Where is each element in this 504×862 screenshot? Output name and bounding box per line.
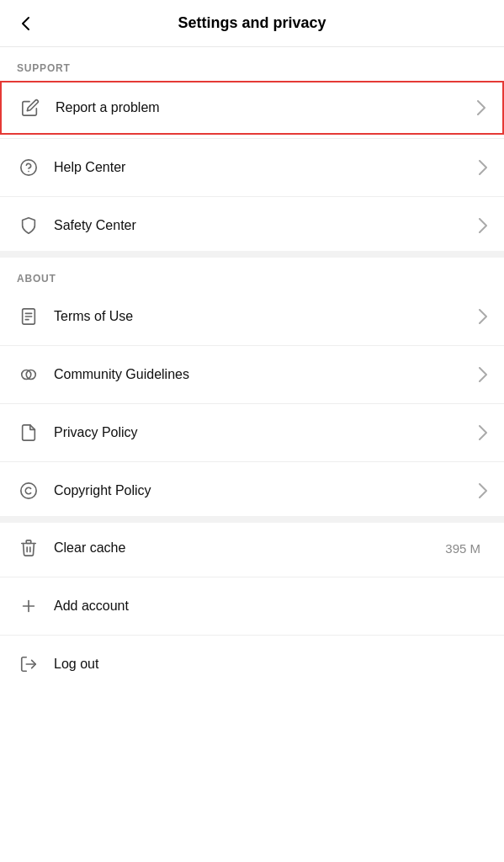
copyright-icon	[17, 479, 40, 503]
svg-point-0	[21, 160, 36, 175]
report-problem-chevron	[477, 100, 485, 115]
add-account-item[interactable]: Add account	[0, 581, 504, 631]
divider-4	[0, 403, 504, 404]
terms-of-use-item[interactable]: Terms of Use	[0, 291, 504, 342]
divider-1	[0, 138, 504, 139]
divider-3	[0, 345, 504, 346]
support-section: SUPPORT Report a problem Help Center	[0, 47, 504, 251]
safety-center-label: Safety Center	[54, 218, 479, 233]
privacy-policy-label: Privacy Policy	[54, 425, 479, 440]
support-section-label: SUPPORT	[0, 47, 504, 81]
help-center-label: Help Center	[54, 160, 479, 175]
clear-cache-label: Clear cache	[54, 540, 445, 556]
divider-2	[0, 196, 504, 197]
terms-of-use-chevron	[479, 309, 487, 324]
log-out-item[interactable]: Log out	[0, 639, 504, 689]
copyright-policy-chevron	[479, 483, 487, 498]
add-account-label: Add account	[54, 599, 487, 614]
about-section-label: ABOUT	[0, 258, 504, 291]
trash-icon	[17, 536, 40, 560]
edit-icon	[19, 96, 42, 120]
divider-7	[0, 635, 504, 636]
community-guidelines-label: Community Guidelines	[54, 367, 479, 382]
file-icon	[17, 421, 40, 444]
page-title: Settings and privacy	[178, 14, 326, 32]
help-center-chevron	[479, 160, 487, 175]
circles-icon	[17, 363, 40, 386]
help-center-item[interactable]: Help Center	[0, 142, 504, 193]
logout-icon	[17, 652, 40, 676]
back-button[interactable]	[13, 11, 39, 36]
bottom-section: Clear cache 395 M Add account Log out	[0, 523, 504, 689]
clear-cache-item[interactable]: Clear cache 395 M	[0, 523, 504, 573]
community-guidelines-chevron	[479, 367, 487, 382]
report-problem-label: Report a problem	[56, 100, 477, 115]
section-divider-2	[0, 516, 504, 523]
log-out-label: Log out	[54, 657, 487, 672]
about-section: ABOUT Terms of Use Community Guideli	[0, 258, 504, 516]
copyright-policy-item[interactable]: Copyright Policy	[0, 466, 504, 516]
shield-icon	[17, 214, 40, 237]
report-problem-item[interactable]: Report a problem	[0, 81, 504, 135]
privacy-policy-item[interactable]: Privacy Policy	[0, 407, 504, 458]
clear-cache-value: 395 M	[445, 541, 480, 556]
safety-center-chevron	[479, 218, 487, 233]
safety-center-item[interactable]: Safety Center	[0, 200, 504, 251]
divider-6	[0, 577, 504, 577]
header: Settings and privacy	[0, 0, 504, 47]
divider-5	[0, 461, 504, 462]
community-guidelines-item[interactable]: Community Guidelines	[0, 349, 504, 400]
help-circle-icon	[17, 156, 40, 179]
section-divider-1	[0, 251, 504, 258]
svg-rect-9	[26, 540, 31, 544]
privacy-policy-chevron	[479, 425, 487, 440]
document-icon	[17, 305, 40, 328]
terms-of-use-label: Terms of Use	[54, 309, 479, 324]
plus-icon	[17, 594, 40, 618]
svg-point-8	[21, 483, 36, 498]
copyright-policy-label: Copyright Policy	[54, 483, 479, 498]
